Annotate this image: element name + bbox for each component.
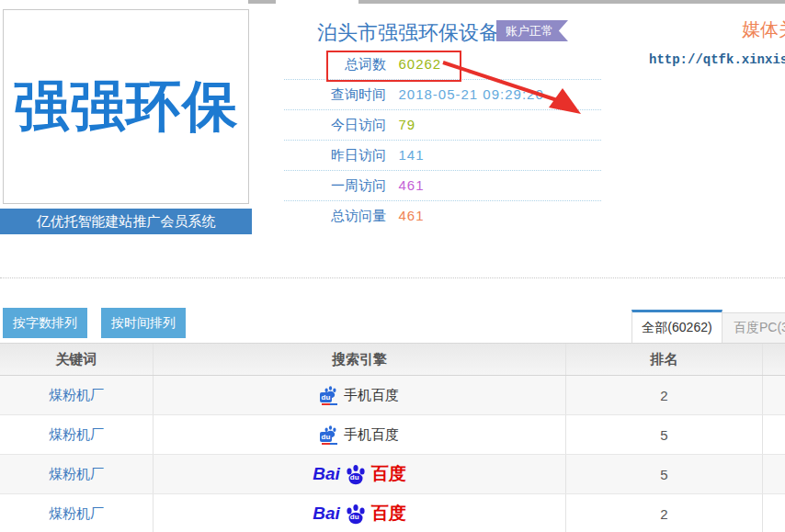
stat-row-today-visits: 今日访问 79: [284, 110, 601, 141]
du-badge: du: [320, 432, 332, 442]
account-status-badge: 账户正常: [496, 20, 568, 41]
company-logo-text: 强强环保: [14, 70, 238, 144]
section-divider: [0, 277, 785, 278]
mobile-baidu-icon: du: [320, 385, 340, 405]
stat-row-total-visits: 总访问量 461: [284, 201, 601, 231]
top-border-gap: [276, 0, 358, 4]
baidu-logo-cn: 百度: [371, 502, 406, 526]
extra-cell: [763, 415, 785, 454]
engine-cell: Bai du 百度: [313, 502, 406, 526]
header-keyword: 关键词: [0, 344, 154, 375]
table-row: 煤粉机厂 Bai du 百度 5: [0, 455, 785, 494]
rank-value: 2: [566, 494, 763, 532]
icon-underline: [322, 443, 337, 445]
header-engine: 搜索引擎: [154, 344, 566, 375]
engine-cell: du 手机百度: [320, 424, 399, 445]
stat-row-yesterday-visits: 昨日访问 141: [284, 141, 601, 171]
mobile-baidu-icon: du: [320, 424, 340, 445]
stat-label: 总访问量: [327, 201, 386, 231]
baidu-paw-icon: du: [345, 503, 367, 525]
stat-value: 461: [398, 208, 424, 223]
site-url-link[interactable]: http://qtfk.xinxisea.: [649, 52, 785, 67]
table-row: 煤粉机厂 Bai du 百度 2: [0, 494, 785, 532]
keyword-link[interactable]: 煤粉机厂: [49, 426, 104, 444]
extra-cell: [763, 455, 785, 493]
rank-value: 5: [566, 455, 763, 493]
keyword-table: 关键词 搜索引擎 排名 煤粉机厂 du 手机百度 2: [0, 343, 785, 532]
tab-baidu-pc[interactable]: 百度PC(30: [722, 312, 785, 343]
table-header-row: 关键词 搜索引擎 排名: [0, 344, 785, 376]
sort-by-words-button[interactable]: 按字数排列: [3, 308, 87, 338]
stat-label: 今日访问: [327, 110, 386, 140]
engine-label: 手机百度: [344, 426, 399, 444]
stat-value: 2018-05-21 09:29:20: [398, 86, 543, 102]
stat-value: 60262: [398, 56, 441, 72]
du-badge: du: [320, 392, 332, 402]
media-panel-heading: 媒体关键词: [742, 17, 785, 42]
stat-row-query-time: 查询时间 2018-05-21 09:29:20: [284, 80, 601, 110]
table-row: 煤粉机厂 du 手机百度 5: [0, 415, 785, 455]
icon-underline: [322, 403, 337, 405]
stat-label: 查询时间: [327, 80, 386, 109]
baidu-logo-du: du: [350, 513, 359, 521]
stat-label: 昨日访问: [327, 141, 386, 170]
engine-cell: du 手机百度: [320, 385, 399, 405]
system-banner-text: 亿优托智能建站推广会员系统: [37, 213, 216, 231]
system-banner: 亿优托智能建站推广会员系统: [0, 209, 252, 234]
company-logo: 强强环保: [3, 9, 249, 204]
keyword-link[interactable]: 煤粉机厂: [49, 505, 104, 523]
stat-row-week-visits: 一周访问 461: [284, 171, 601, 201]
sort-by-time-button[interactable]: 按时间排列: [101, 308, 186, 338]
baidu-logo-cn: 百度: [371, 462, 406, 486]
baidu-logo-bai: Bai: [313, 504, 340, 524]
keyword-link[interactable]: 煤粉机厂: [49, 387, 104, 404]
stat-label: 一周访问: [327, 171, 386, 200]
header-extra: [763, 344, 785, 375]
rank-value: 2: [566, 376, 763, 414]
stat-value: 141: [398, 147, 424, 163]
baidu-logo-bai: Bai: [313, 464, 340, 484]
stat-value: 461: [398, 177, 424, 193]
tab-all-keywords[interactable]: 全部(60262): [631, 310, 722, 343]
rank-value: 5: [566, 415, 763, 454]
keyword-link[interactable]: 煤粉机厂: [49, 466, 104, 483]
baidu-logo-du: du: [350, 473, 359, 481]
baidu-paw-icon: du: [345, 463, 367, 485]
extra-cell: [763, 376, 785, 414]
engine-label: 手机百度: [344, 387, 399, 404]
engine-cell: Bai du 百度: [313, 462, 406, 486]
table-row: 煤粉机厂 du 手机百度 2: [0, 376, 785, 415]
stat-value: 79: [398, 117, 415, 132]
account-stats: 总词数 60262 查询时间 2018-05-21 09:29:20 今日访问 …: [284, 50, 601, 231]
header-rank: 排名: [566, 344, 763, 375]
page: 强强环保 亿优托智能建站推广会员系统 泊头市强强环保设备厂 账户正常 总词数 6…: [0, 0, 785, 532]
extra-cell: [763, 494, 785, 532]
stat-row-total-words: 总词数 60262: [284, 50, 601, 80]
stat-label: 总词数: [327, 50, 386, 79]
account-title: 泊头市强强环保设备厂: [317, 19, 519, 47]
